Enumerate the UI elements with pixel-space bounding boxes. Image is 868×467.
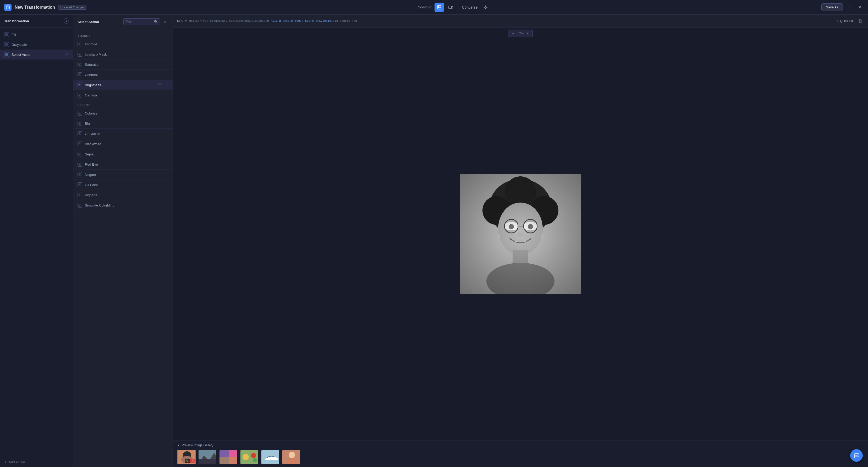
action-item-gamma[interactable]: Gamma (73, 90, 173, 100)
gallery-chevron-icon: ▲ (177, 443, 180, 447)
action-select-header: Select Action 🔍 ✕ (73, 15, 173, 29)
action-item-negate[interactable]: Negate (73, 170, 173, 180)
svg-rect-72 (219, 457, 238, 464)
action-item-red-eye[interactable]: Red Eye (73, 159, 173, 170)
quick-edit-button[interactable]: ✏ Quick Edit (837, 19, 855, 23)
preview-panel: URL ▼ https://res.cloudinary.com/demo/im… (173, 15, 868, 467)
blackwhite-icon (78, 142, 82, 146)
svg-rect-15 (80, 64, 81, 65)
select-action-close-button[interactable]: ✕ (65, 52, 69, 57)
brightness-info-icon[interactable]: ⓘ (158, 83, 162, 87)
svg-point-75 (251, 453, 256, 458)
svg-rect-17 (80, 74, 81, 75)
action-item-blur[interactable]: Blur (73, 118, 173, 129)
add-action-label: Add Action (9, 460, 25, 464)
action-item-unsharp-mask[interactable]: Unsharp Mask (73, 49, 173, 59)
transformation-panel-title: Transformation (4, 19, 29, 23)
unsharp-mask-icon (78, 52, 82, 57)
svg-rect-37 (80, 184, 81, 185)
gallery-header[interactable]: ▲ Preview Image Gallery (177, 443, 864, 447)
svg-point-81 (856, 455, 856, 456)
grayscale-item-icon (4, 42, 9, 47)
grayscale-effect-icon (78, 131, 82, 136)
video-mode-button[interactable] (446, 3, 456, 12)
more-options-button[interactable]: ⋮ (845, 3, 853, 11)
svg-rect-33 (80, 164, 81, 165)
transformation-list: Fill Grayscale Select Action ✕ (0, 28, 73, 457)
preview-image-container (460, 174, 581, 294)
svg-point-76 (253, 458, 257, 462)
zoom-out-button[interactable]: − (510, 31, 516, 36)
svg-rect-9 (6, 54, 7, 55)
transformation-item-select-action[interactable]: Select Action ✕ (0, 50, 73, 59)
url-label[interactable]: URL ▼ (177, 19, 187, 23)
preview-image (460, 174, 581, 294)
sepia-label: Sepia (85, 152, 168, 156)
brightness-star-icon[interactable]: ☆ (165, 83, 168, 87)
action-item-sepia[interactable]: Sepia (73, 149, 173, 159)
add-action-button[interactable]: + Add Action (0, 457, 73, 467)
converse-tab[interactable]: Converse (462, 5, 478, 9)
svg-point-82 (856, 455, 857, 456)
save-as-button[interactable]: Save As (822, 3, 843, 11)
action-item-blackwhite[interactable]: Blackwhite (73, 139, 173, 149)
construct-tab[interactable]: Construct (418, 5, 432, 9)
close-button[interactable]: ✕ (856, 3, 864, 11)
chat-bubble-button[interactable] (850, 449, 863, 462)
app-logo (4, 4, 11, 11)
transformation-info-button[interactable]: ℹ (64, 18, 69, 24)
action-item-contrast[interactable]: Contrast (73, 70, 173, 80)
gallery-thumb-3[interactable] (219, 450, 238, 464)
action-item-brightness[interactable]: Brightness ⓘ ☆ (73, 80, 173, 90)
filter-input-wrap: 🔍 (123, 18, 160, 25)
transformation-item-grayscale[interactable]: Grayscale (0, 39, 73, 50)
svg-point-74 (243, 454, 249, 460)
red-eye-label: Red Eye (85, 163, 168, 167)
copy-url-button[interactable] (857, 17, 864, 25)
action-select-panel: Select Action 🔍 ✕ Adjust Improve (73, 15, 173, 467)
sparkle-button[interactable] (481, 3, 490, 12)
grayscale-item-label: Grayscale (11, 43, 69, 47)
action-item-improve[interactable]: Improve (73, 39, 173, 49)
red-eye-icon (78, 162, 82, 167)
transformation-panel: Transformation ℹ Fill Grayscale (0, 15, 73, 467)
svg-rect-42 (859, 20, 862, 23)
gallery-thumb-1-actions: ↻ ✕ (185, 459, 195, 463)
gallery-thumb-2[interactable] (198, 450, 217, 464)
transformation-panel-header: Transformation ℹ (0, 15, 73, 28)
gallery-thumb-1-refresh[interactable]: ↻ (185, 459, 190, 463)
simulate-colorblind-icon (78, 203, 82, 208)
gallery-thumb-1-remove[interactable]: ✕ (190, 459, 195, 463)
zoom-100-button[interactable]: 100% (517, 31, 524, 36)
zoom-in-button[interactable]: + (525, 31, 530, 36)
action-panel-close-button[interactable]: ✕ (162, 19, 168, 25)
svg-rect-23 (80, 113, 81, 114)
action-item-colorize[interactable]: Colorize (73, 108, 173, 118)
improve-icon (78, 42, 82, 47)
contrast-label: Contrast (85, 73, 168, 77)
action-item-vignette[interactable]: Vignette (73, 190, 173, 200)
contrast-icon (78, 72, 82, 77)
unsaved-badge: Unsaved Changes (58, 5, 87, 10)
gallery-thumb-6[interactable] (282, 450, 301, 464)
gallery-thumb-4[interactable] (240, 450, 259, 464)
transformation-item-fill[interactable]: Fill (0, 30, 73, 39)
action-item-oil-paint[interactable]: Oil Paint (73, 180, 173, 190)
image-mode-button[interactable] (435, 3, 444, 12)
improve-label: Improve (85, 42, 168, 46)
svg-rect-41 (80, 205, 81, 206)
gallery-thumb-5[interactable] (261, 450, 280, 464)
saturation-icon (78, 62, 82, 67)
main-content: Transformation ℹ Fill Grayscale (0, 15, 868, 467)
blur-icon (78, 121, 82, 126)
action-select-title: Select Action (78, 20, 99, 24)
svg-rect-7 (6, 44, 7, 45)
pencil-icon: ✏ (837, 20, 839, 23)
gallery-thumb-1[interactable]: ↻ ✕ (177, 450, 196, 464)
grayscale-effect-label: Grayscale (85, 132, 168, 136)
action-item-simulate-colorblind[interactable]: Simulate Colorblind (73, 200, 173, 210)
action-item-grayscale-effect[interactable]: Grayscale (73, 129, 173, 139)
action-item-saturation[interactable]: Saturation (73, 59, 173, 70)
colorize-icon (78, 111, 82, 116)
svg-rect-39 (80, 195, 81, 196)
